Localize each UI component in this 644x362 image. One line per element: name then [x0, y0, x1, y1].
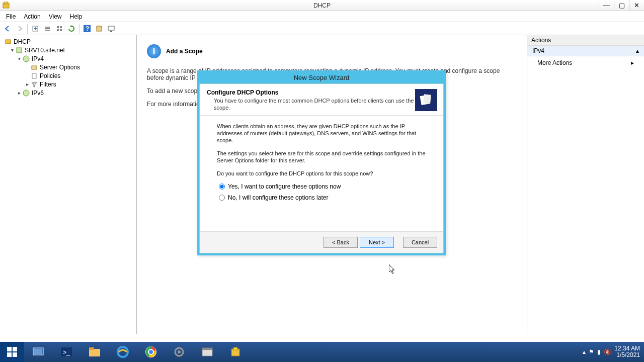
app-icon: [2, 2, 10, 10]
radio-yes-input[interactable]: [219, 184, 225, 190]
grid-icon[interactable]: [54, 23, 65, 34]
expand-icon[interactable]: ▸: [16, 90, 22, 96]
tray-volume-icon[interactable]: 🔇: [604, 348, 611, 355]
actions-pane: Actions IPv4 ▴ More Actions ▸: [527, 35, 644, 334]
tree-ipv4[interactable]: ▾ IPv4: [2, 54, 136, 63]
wizard-subheader: You have to configure the most common DH…: [207, 97, 415, 111]
svg-point-18: [23, 56, 29, 62]
task-explorer[interactable]: [80, 342, 109, 362]
radio-yes[interactable]: Yes, I want to configure these options n…: [219, 183, 426, 190]
wizard-body2: The settings you select here are for thi…: [217, 150, 426, 164]
ipv6-icon: [22, 89, 30, 97]
task-settings[interactable]: [165, 342, 193, 362]
svg-rect-7: [57, 26, 59, 28]
policies-icon: [30, 72, 38, 80]
close-button[interactable]: ✕: [629, 0, 644, 11]
svg-rect-6: [45, 30, 50, 31]
tree-pane: DHCP ▾ SRV10.site.net ▾ IPv4 Server Opti…: [0, 35, 137, 334]
svg-rect-25: [13, 347, 17, 351]
wizard-body1: When clients obtain an address, they are…: [217, 123, 426, 144]
add-icon[interactable]: +: [30, 23, 41, 34]
tree-ipv6-label: IPv6: [32, 89, 44, 97]
more-actions-label: More Actions: [537, 59, 572, 66]
svg-rect-10: [60, 29, 62, 31]
start-button[interactable]: [0, 342, 24, 362]
tree-root[interactable]: DHCP: [2, 37, 136, 46]
tree-ipv6[interactable]: ▸ IPv6: [2, 88, 136, 97]
maximize-button[interactable]: ▢: [614, 0, 629, 11]
tree-policies-label: Policies: [40, 72, 60, 79]
collapse-icon[interactable]: ▾: [16, 56, 22, 61]
task-powershell[interactable]: >_: [52, 342, 80, 362]
wizard-body3: Do you want to configure the DHCP option…: [217, 170, 426, 177]
task-ie[interactable]: [109, 342, 137, 362]
svg-rect-4: [45, 27, 50, 28]
menu-file[interactable]: File: [2, 12, 20, 21]
svg-text:?: ?: [86, 25, 89, 32]
svg-rect-9: [57, 29, 59, 31]
cancel-button[interactable]: Cancel: [403, 237, 437, 248]
wizard-dialog: New Scope Wizard Configure DHCP Options …: [197, 70, 446, 255]
back-icon[interactable]: [2, 23, 13, 34]
list-icon[interactable]: [42, 23, 53, 34]
properties-icon[interactable]: [94, 23, 105, 34]
tray-clock[interactable]: 12:34 AM 1/5/2021: [614, 345, 640, 358]
tree-server[interactable]: ▾ SRV10.site.net: [2, 46, 136, 54]
menu-bar: File Action View Help: [0, 11, 644, 22]
chevron-right-icon: ▸: [631, 59, 634, 66]
expand-icon[interactable]: ▸: [24, 81, 30, 87]
next-button[interactable]: Next >: [360, 237, 394, 248]
actions-section[interactable]: IPv4 ▴: [527, 46, 644, 56]
svg-rect-15: [110, 31, 112, 32]
server-icon: [15, 46, 23, 54]
svg-rect-40: [202, 348, 212, 350]
forward-icon[interactable]: [14, 23, 25, 34]
svg-rect-17: [17, 48, 22, 53]
svg-rect-33: [89, 347, 94, 350]
svg-rect-24: [7, 347, 12, 351]
svg-rect-5: [45, 28, 50, 29]
svg-point-38: [178, 350, 181, 353]
menu-view[interactable]: View: [45, 12, 66, 21]
svg-point-36: [148, 349, 153, 354]
tray-network-icon[interactable]: ▮: [597, 348, 601, 355]
back-button[interactable]: < Back: [324, 237, 358, 248]
tree-policies[interactable]: Policies: [2, 71, 136, 80]
radio-yes-label: Yes, I want to configure these options n…: [228, 183, 341, 190]
tray-chevron-icon[interactable]: ▴: [583, 348, 586, 355]
svg-rect-19: [32, 66, 37, 69]
help-icon[interactable]: ?: [82, 23, 93, 34]
task-chrome[interactable]: [137, 342, 165, 362]
task-window[interactable]: [193, 342, 221, 362]
svg-rect-42: [233, 347, 237, 350]
menu-action[interactable]: Action: [20, 12, 44, 21]
dhcp-icon: [4, 38, 12, 46]
monitor-icon[interactable]: [106, 23, 117, 34]
mouse-cursor-icon: [389, 264, 397, 275]
ipv4-icon: [22, 55, 30, 63]
minimize-button[interactable]: —: [599, 0, 614, 11]
task-dhcp[interactable]: [221, 342, 250, 362]
svg-rect-32: [89, 349, 100, 356]
svg-text:+: +: [34, 25, 37, 32]
refresh-icon[interactable]: [66, 23, 77, 34]
options-icon: [30, 63, 38, 71]
more-actions[interactable]: More Actions ▸: [527, 56, 644, 69]
svg-rect-16: [6, 40, 11, 44]
tree-server-options-label: Server Options: [40, 64, 80, 71]
menu-help[interactable]: Help: [66, 12, 87, 21]
tray-flag-icon[interactable]: ⚑: [589, 348, 594, 355]
tree-server-options[interactable]: Server Options: [2, 63, 136, 71]
radio-no-input[interactable]: [219, 195, 225, 201]
radio-no[interactable]: No, I will configure these options later: [219, 194, 426, 201]
info-icon: i: [147, 44, 161, 58]
tree-ipv4-label: IPv4: [32, 55, 44, 62]
window-title: DHCP: [313, 2, 331, 9]
svg-rect-29: [34, 349, 42, 354]
tree-filters-label: Filters: [40, 81, 56, 88]
task-server-manager[interactable]: [24, 342, 52, 362]
svg-rect-27: [13, 352, 17, 357]
tree-filters[interactable]: ▸ Filters: [2, 80, 136, 88]
svg-point-21: [23, 90, 29, 96]
collapse-icon[interactable]: ▾: [9, 47, 15, 53]
